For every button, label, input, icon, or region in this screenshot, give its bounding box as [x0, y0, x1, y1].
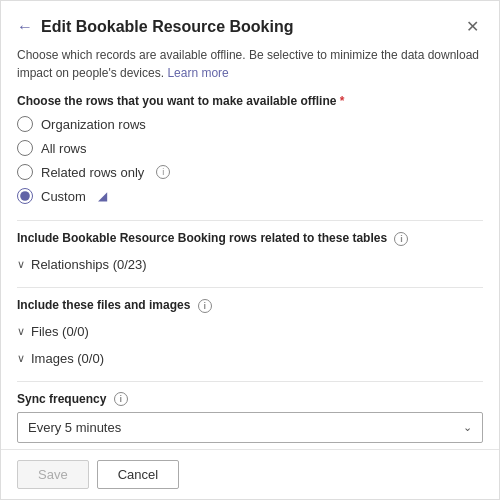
info-icon-include: i [394, 232, 408, 246]
files-row[interactable]: ∨ Files (0/0) [17, 321, 483, 342]
include-label: Include Bookable Resource Booking rows r… [17, 231, 483, 246]
modal-header: ← Edit Bookable Resource Booking ✕ [1, 1, 499, 46]
radio-org-rows[interactable] [17, 116, 33, 132]
info-icon-files: i [198, 299, 212, 313]
modal-body: Choose which records are available offli… [1, 46, 499, 449]
radio-label-custom: Custom [41, 189, 86, 204]
files-images-section: Include these files and images i ∨ Files… [17, 298, 483, 369]
files-images-label: Include these files and images i [17, 298, 483, 313]
learn-more-link[interactable]: Learn more [167, 66, 228, 80]
radio-item-related-rows[interactable]: Related rows only i [17, 164, 483, 180]
radio-label-related-rows: Related rows only [41, 165, 144, 180]
save-button[interactable]: Save [17, 460, 89, 489]
relationships-label: Relationships (0/23) [31, 257, 147, 272]
files-label: Files (0/0) [31, 324, 89, 339]
modal-title: Edit Bookable Resource Booking [41, 18, 462, 36]
divider-3 [17, 381, 483, 382]
sync-label: Sync frequency i [17, 392, 483, 407]
sync-frequency-wrapper: Every 5 minutes Every 15 minutes Every 3… [17, 412, 483, 443]
info-icon-related-rows: i [156, 165, 170, 179]
radio-related-rows[interactable] [17, 164, 33, 180]
description-text: Choose which records are available offli… [17, 46, 483, 82]
required-star: * [340, 94, 345, 108]
modal-container: ← Edit Bookable Resource Booking ✕ Choos… [0, 0, 500, 500]
radio-label-all-rows: All rows [41, 141, 87, 156]
include-section: Include Bookable Resource Booking rows r… [17, 231, 483, 275]
chevron-files: ∨ [17, 325, 25, 338]
radio-custom[interactable] [17, 188, 33, 204]
radio-label-org-rows: Organization rows [41, 117, 146, 132]
cancel-button[interactable]: Cancel [97, 460, 179, 489]
radio-all-rows[interactable] [17, 140, 33, 156]
filter-icon: ◢ [98, 189, 107, 203]
modal-footer: Save Cancel [1, 449, 499, 499]
sync-section: Sync frequency i Every 5 minutes Every 1… [17, 392, 483, 444]
rows-section-label: Choose the rows that you want to make av… [17, 94, 483, 108]
sync-frequency-select[interactable]: Every 5 minutes Every 15 minutes Every 3… [18, 413, 482, 442]
chevron-relationships: ∨ [17, 258, 25, 271]
info-icon-sync: i [114, 392, 128, 406]
images-label: Images (0/0) [31, 351, 104, 366]
radio-item-org-rows[interactable]: Organization rows [17, 116, 483, 132]
radio-group: Organization rows All rows Related rows … [17, 116, 483, 204]
chevron-images: ∨ [17, 352, 25, 365]
divider-2 [17, 287, 483, 288]
close-button[interactable]: ✕ [462, 15, 483, 38]
back-button[interactable]: ← [17, 18, 33, 36]
relationships-row[interactable]: ∨ Relationships (0/23) [17, 254, 483, 275]
divider-1 [17, 220, 483, 221]
radio-item-all-rows[interactable]: All rows [17, 140, 483, 156]
radio-item-custom[interactable]: Custom ◢ [17, 188, 483, 204]
images-row[interactable]: ∨ Images (0/0) [17, 348, 483, 369]
